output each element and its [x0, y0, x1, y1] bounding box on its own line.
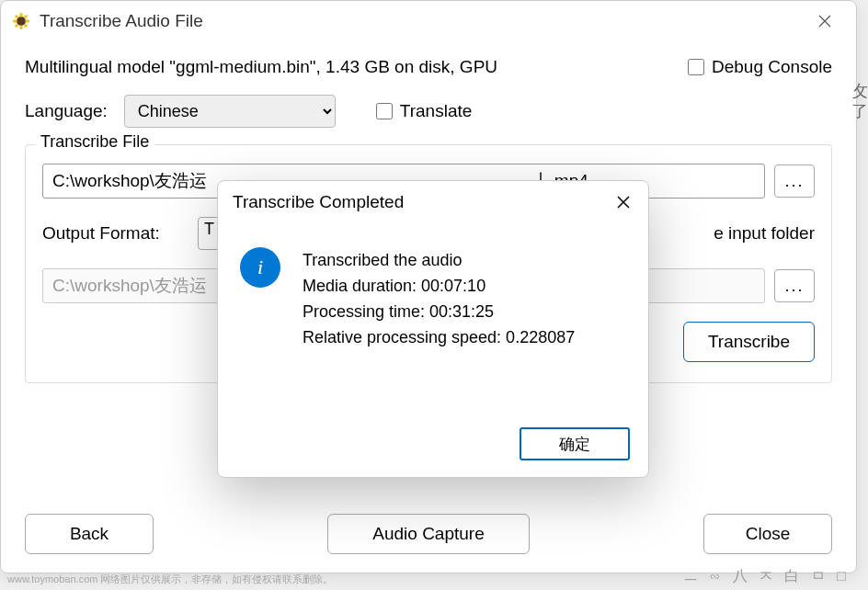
- translate-label: Translate: [400, 101, 473, 121]
- svg-point-4: [25, 19, 29, 22]
- group-title: Transcribe File: [35, 132, 154, 152]
- titlebar: Transcribe Audio File: [1, 1, 856, 41]
- svg-point-2: [19, 25, 22, 29]
- browse-output-button[interactable]: ...: [774, 269, 815, 302]
- svg-point-8: [24, 24, 28, 28]
- dialog-line2: Media duration: 00:07:10: [303, 273, 575, 299]
- info-icon: i: [240, 247, 280, 288]
- translate-checkbox[interactable]: Translate: [372, 100, 473, 122]
- transcribe-button[interactable]: Transcribe: [683, 322, 815, 362]
- input-folder-label-fragment: e input folder: [714, 223, 815, 244]
- svg-point-0: [17, 17, 26, 26]
- dialog-title: Transcribe Completed: [233, 192, 613, 212]
- debug-console-checkbox[interactable]: Debug Console: [684, 56, 832, 78]
- language-select[interactable]: Chinese: [124, 95, 336, 128]
- svg-point-1: [19, 13, 22, 17]
- window-close-button[interactable]: [805, 6, 845, 36]
- browse-input-button[interactable]: ...: [774, 165, 815, 198]
- svg-point-3: [13, 19, 17, 22]
- bottom-button-row: Back Audio Capture Close: [25, 514, 832, 554]
- app-icon: [12, 12, 30, 30]
- audio-capture-button[interactable]: Audio Capture: [327, 514, 530, 554]
- dialog-line4: Relative processing speed: 0.228087: [303, 324, 575, 350]
- cropped-chars: 攵 了: [851, 81, 868, 121]
- dialog-message: Transcribed the audio Media duration: 00…: [303, 247, 575, 418]
- watermark-text: www.toymoban.com 网络图片仅供展示，非存储，如有侵权请联系删除。: [7, 573, 333, 586]
- svg-point-5: [15, 15, 18, 18]
- debug-console-input[interactable]: [688, 59, 704, 75]
- window-title: Transcribe Audio File: [40, 11, 805, 31]
- dialog-line1: Transcribed the audio: [303, 247, 575, 273]
- translate-input[interactable]: [376, 103, 393, 119]
- dialog-close-button[interactable]: [613, 192, 634, 212]
- dialog-line3: Processing time: 00:31:25: [303, 299, 575, 324]
- background-fragment: ㅡ ∽ 八 ㅈ 白 ㅁ □: [683, 567, 850, 586]
- close-button[interactable]: Close: [703, 514, 832, 554]
- svg-point-6: [24, 15, 28, 18]
- model-info-text: Multilingual model "ggml-medium.bin", 1.…: [25, 57, 684, 77]
- back-button[interactable]: Back: [25, 514, 154, 554]
- dialog-ok-button[interactable]: 确定: [520, 427, 630, 460]
- language-label: Language:: [25, 101, 108, 121]
- debug-console-label: Debug Console: [712, 57, 832, 77]
- svg-point-7: [15, 24, 18, 28]
- output-format-label: Output Format:: [42, 223, 185, 244]
- completion-dialog: Transcribe Completed i Transcribed the a…: [217, 180, 649, 478]
